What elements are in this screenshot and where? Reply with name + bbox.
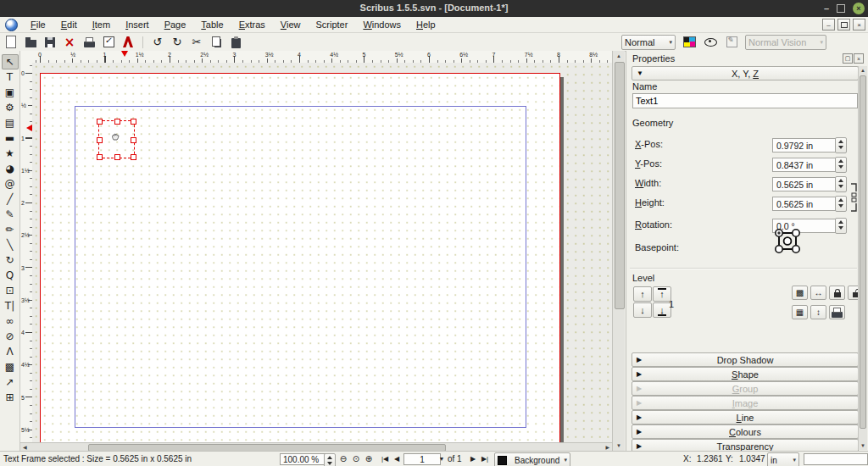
- name-input[interactable]: [632, 93, 858, 108]
- menu-windows[interactable]: Windows: [355, 18, 409, 31]
- ungroup-objects-button[interactable]: ▦: [792, 305, 808, 319]
- rotate-item-tool[interactable]: ↻: [2, 252, 19, 268]
- frame-handle-top-left[interactable]: [97, 119, 103, 125]
- frame-handle-bottom-left[interactable]: [97, 154, 103, 160]
- minimize-window-icon[interactable]: –: [824, 3, 829, 14]
- scroll-down-icon[interactable]: ▼: [616, 443, 621, 448]
- menu-page[interactable]: Page: [157, 18, 194, 31]
- menu-view[interactable]: View: [273, 18, 309, 31]
- canvas-vertical-scrollbar[interactable]: ▲ ▼: [612, 51, 625, 451]
- eye-dropper-tool[interactable]: ↗: [2, 374, 19, 390]
- scroll-right-icon[interactable]: ▶: [605, 445, 609, 450]
- menu-help[interactable]: Help: [409, 18, 443, 31]
- mdi-close-icon[interactable]: ×: [853, 19, 865, 31]
- x-pos-field[interactable]: 0.9792 in: [772, 138, 838, 153]
- copy-button[interactable]: [209, 35, 224, 50]
- edit-contents-tool[interactable]: ⊡: [2, 283, 19, 298]
- insert-shape-tool[interactable]: ▬: [2, 130, 19, 146]
- unit-selector-combo[interactable]: in▾: [767, 452, 799, 466]
- y-pos-spinner[interactable]: [835, 157, 847, 173]
- basepoint-selector[interactable]: [772, 227, 803, 256]
- insert-image-frame-tool[interactable]: ▣: [2, 85, 19, 100]
- insert-bezier-curve-tool[interactable]: ✎: [2, 207, 19, 222]
- zoom-100-button[interactable]: ⊙: [350, 453, 362, 464]
- pdf-tools[interactable]: ⊞: [2, 390, 19, 405]
- section-transparency[interactable]: ▶Transparency: [632, 439, 859, 451]
- insert-table-tool[interactable]: ▤: [2, 115, 19, 130]
- height-spinner[interactable]: [835, 196, 847, 212]
- save-document-button[interactable]: [42, 35, 58, 50]
- insert-arc-tool[interactable]: ◕: [2, 161, 19, 176]
- print-button[interactable]: [81, 35, 97, 50]
- restore-window-icon[interactable]: [837, 4, 845, 13]
- close-panel-icon[interactable]: ×: [854, 53, 864, 64]
- paste-button[interactable]: [228, 35, 243, 50]
- redo-button[interactable]: ↻: [170, 35, 185, 50]
- vertical-scroll-thumb[interactable]: [615, 62, 625, 309]
- copy-item-properties-tool[interactable]: ▩: [2, 359, 19, 374]
- first-page-button[interactable]: |◀: [379, 453, 391, 464]
- lock-object-button[interactable]: [829, 286, 845, 300]
- mdi-minimize-icon[interactable]: –: [822, 19, 835, 31]
- new-document-button[interactable]: [3, 35, 19, 50]
- zoom-spinner[interactable]: [324, 453, 336, 466]
- flip-vertical-button[interactable]: ↕: [810, 305, 826, 319]
- enable-printing-button[interactable]: [829, 305, 845, 319]
- zoom-level-field[interactable]: 100.00 %: [280, 453, 327, 465]
- section-drop-shadow[interactable]: ▶Drop Shadow: [632, 352, 859, 367]
- mdi-restore-icon[interactable]: [837, 19, 850, 31]
- menu-table[interactable]: Table: [193, 18, 231, 31]
- section-shape[interactable]: ▶Shape: [632, 367, 859, 381]
- x-pos-spinner[interactable]: [835, 137, 847, 153]
- story-editor-tool[interactable]: T|: [2, 298, 19, 313]
- zoom-tool[interactable]: Q: [2, 268, 19, 283]
- link-text-frames-tool[interactable]: ∞: [2, 313, 19, 329]
- insert-line-tool[interactable]: ╱: [2, 191, 19, 207]
- frame-handle-right[interactable]: [131, 137, 136, 143]
- panel-scrollbar[interactable]: ▲ ▼: [858, 66, 867, 450]
- zoom-in-button[interactable]: ⊕: [363, 453, 375, 464]
- link-width-height-icon[interactable]: [850, 180, 858, 215]
- horizontal-ruler[interactable]: 0½11½22½33½44½55½66½77½88½: [32, 51, 612, 64]
- zoom-out-button[interactable]: ⊖: [337, 453, 349, 464]
- menu-insert[interactable]: Insert: [118, 18, 157, 31]
- cut-button[interactable]: ✂: [189, 35, 204, 50]
- vertical-ruler[interactable]: 0½11½22½33½44½55½: [20, 63, 33, 451]
- ruler-origin-box[interactable]: [20, 51, 33, 64]
- panel-scroll-down-icon[interactable]: ▼: [860, 443, 865, 448]
- xyz-section-header[interactable]: ▼ X, Y, Z: [632, 66, 859, 80]
- page-combo-arrow-icon[interactable]: ▼: [436, 453, 448, 464]
- previous-page-button[interactable]: ◀: [391, 453, 403, 464]
- menu-scripter[interactable]: Scripter: [309, 18, 356, 31]
- insert-render-frame-tool[interactable]: ⚙: [2, 100, 19, 115]
- y-pos-field[interactable]: 0.8437 in: [772, 158, 838, 172]
- preview-mode-button[interactable]: [703, 35, 718, 50]
- width-field[interactable]: 0.5625 in: [772, 177, 838, 191]
- width-spinner[interactable]: [835, 176, 847, 192]
- flip-horizontal-button[interactable]: ↔: [810, 286, 826, 300]
- float-panel-icon[interactable]: ▢: [843, 53, 853, 64]
- menu-edit[interactable]: Edit: [53, 18, 85, 31]
- insert-spiral-tool[interactable]: @: [2, 176, 19, 191]
- panel-scroll-up-icon[interactable]: ▲: [860, 68, 865, 73]
- menu-extras[interactable]: Extras: [231, 18, 273, 31]
- frame-handle-bottom-right[interactable]: [131, 154, 136, 160]
- frame-handle-top[interactable]: [114, 119, 120, 125]
- rotation-spinner[interactable]: [835, 218, 847, 234]
- menu-file[interactable]: File: [23, 18, 53, 31]
- menu-item[interactable]: Item: [85, 18, 118, 31]
- document-quality-combo[interactable]: Normal▾: [621, 35, 676, 50]
- canvas-horizontal-scrollbar[interactable]: ◀ ▶: [20, 442, 612, 451]
- preflight-verifier-button[interactable]: [101, 35, 116, 50]
- insert-calligraphic-line-tool[interactable]: ╲: [2, 237, 19, 252]
- frame-handle-left[interactable]: [97, 137, 103, 143]
- close-window-icon[interactable]: ×: [853, 3, 865, 14]
- open-document-button[interactable]: [23, 35, 38, 50]
- color-management-button[interactable]: [682, 35, 697, 50]
- raise-level-button[interactable]: ↑: [633, 286, 652, 302]
- next-page-button[interactable]: ▶: [467, 453, 479, 464]
- insert-text-frame-tool[interactable]: T: [2, 69, 19, 85]
- insert-polygon-tool[interactable]: ★: [2, 146, 19, 161]
- section-line[interactable]: ▶Line: [632, 410, 859, 424]
- edit-in-preview-button[interactable]: [724, 35, 739, 50]
